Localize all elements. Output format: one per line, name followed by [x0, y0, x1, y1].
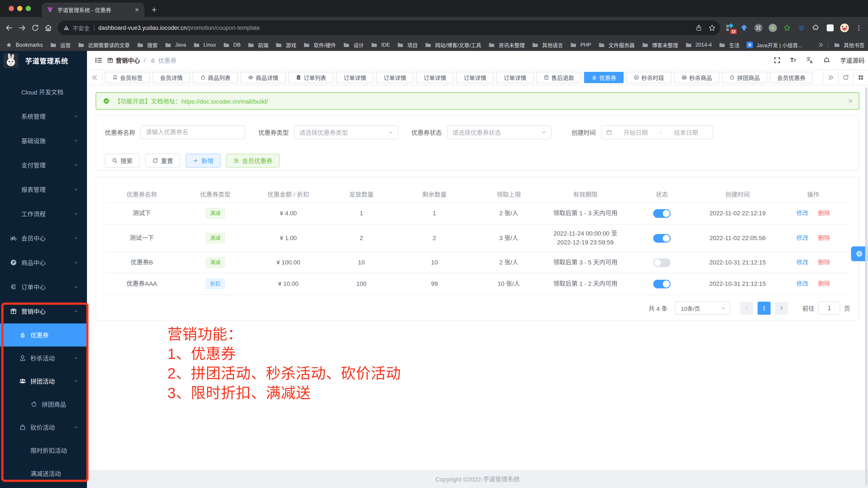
- share-button[interactable]: [695, 24, 702, 31]
- page-size-select[interactable]: 10条/页: [675, 302, 730, 315]
- view-tab-0[interactable]: 会员标签: [105, 72, 150, 83]
- bookmark-folder-7[interactable]: 游戏: [275, 41, 296, 49]
- new-tab-button[interactable]: [149, 5, 159, 15]
- status-toggle[interactable]: [653, 258, 671, 267]
- sidebar-item-1[interactable]: 系统管理: [0, 104, 87, 128]
- search-button[interactable]: 搜索: [105, 154, 140, 168]
- sidebar-item-12[interactable]: 拼团活动: [0, 370, 87, 393]
- coupon-status-select[interactable]: 请选择优惠券状态: [447, 125, 551, 139]
- sidebar-item-7[interactable]: 商品中心: [0, 250, 87, 275]
- content-scrollbar[interactable]: [865, 87, 867, 485]
- extension-scroll[interactable]: [797, 24, 806, 32]
- bookmark-folder-9[interactable]: 设计: [343, 41, 364, 49]
- status-toggle[interactable]: [653, 209, 671, 218]
- edit-link[interactable]: 修改: [796, 235, 808, 241]
- extensions-puzzle-button[interactable]: [811, 24, 820, 32]
- current-page-button[interactable]: 1: [757, 302, 771, 315]
- extension-kite[interactable]: [740, 24, 748, 32]
- view-tab-14[interactable]: 拼团商品: [722, 72, 767, 83]
- extension-record[interactable]: [768, 24, 777, 32]
- sidebar-item-5[interactable]: 工作流程: [0, 202, 87, 226]
- bookmark-folder-14[interactable]: 其他语言: [532, 41, 563, 49]
- extension-star[interactable]: [783, 24, 792, 32]
- tabs-layout-button[interactable]: [853, 70, 868, 85]
- font-size-button[interactable]: [785, 52, 802, 68]
- delete-link[interactable]: 删除: [818, 280, 830, 287]
- delete-link[interactable]: 删除: [818, 235, 830, 241]
- extension-blocks[interactable]: 12: [725, 24, 734, 32]
- tab-close-button[interactable]: [134, 7, 140, 13]
- view-tab-4[interactable]: 订单列表: [288, 72, 334, 83]
- sidebar-item-15[interactable]: 限时折扣活动: [0, 439, 87, 462]
- next-page-button[interactable]: [775, 302, 788, 315]
- bookmark-folder-12[interactable]: 网站/博客/文章/工具: [425, 41, 481, 49]
- create-time-range-picker[interactable]: 开始日期 - 结束日期: [601, 125, 713, 139]
- edit-link[interactable]: 修改: [796, 210, 808, 217]
- coupon-name-input[interactable]: [141, 125, 245, 139]
- view-tab-3[interactable]: 商品详情: [241, 72, 286, 83]
- locale-button[interactable]: [802, 52, 818, 68]
- sidebar-item-4[interactable]: 报表管理: [0, 177, 87, 202]
- bookmarks-manager[interactable]: Bookmarks: [6, 41, 43, 48]
- zoom-window-button[interactable]: [26, 6, 31, 11]
- view-tab-15[interactable]: 会员优惠券: [770, 72, 813, 83]
- member-coupon-button[interactable]: 会员优惠券: [226, 154, 280, 168]
- sidebar-item-13[interactable]: 拼团商品: [0, 393, 87, 416]
- profile-avatar[interactable]: [840, 24, 849, 32]
- bookmark-folder-11[interactable]: 项目: [397, 41, 418, 49]
- back-button[interactable]: [3, 21, 16, 34]
- bookmark-folder-17[interactable]: 博客未整理: [642, 41, 678, 49]
- bookmark-star-button[interactable]: [708, 24, 716, 32]
- bookmark-folder-2[interactable]: 搜索: [137, 41, 158, 49]
- bookmark-folder-13[interactable]: 资讯未整理: [488, 41, 525, 49]
- bookmark-folder-19[interactable]: 生活: [719, 41, 740, 49]
- view-tab-6[interactable]: 订单详情: [376, 72, 413, 83]
- other-bookmarks[interactable]: 其他书签: [834, 41, 865, 49]
- delete-link[interactable]: 删除: [818, 259, 830, 266]
- app-logo-row[interactable]: 芋道管理系统: [0, 51, 87, 70]
- view-tab-8[interactable]: 订单详情: [456, 72, 494, 83]
- bookmark-folder-8[interactable]: 软件/硬件: [303, 41, 336, 49]
- sidebar-item-14[interactable]: 砍价活动: [0, 416, 87, 439]
- bookmark-folder-15[interactable]: PHP: [570, 41, 591, 48]
- delete-link[interactable]: 删除: [818, 210, 830, 217]
- sidebar-item-0[interactable]: Cloud 开发文档: [0, 80, 87, 104]
- minimize-window-button[interactable]: [17, 6, 22, 11]
- edit-link[interactable]: 修改: [796, 259, 808, 266]
- sidebar-item-10[interactable]: 优惠券: [0, 323, 87, 346]
- view-tab-13[interactable]: 秒杀商品: [674, 72, 719, 83]
- view-tab-2[interactable]: 商品列表: [193, 72, 238, 83]
- sidebar-item-11[interactable]: 秒杀活动: [0, 346, 87, 370]
- prev-page-button[interactable]: [740, 302, 753, 315]
- view-tab-5[interactable]: 订单详情: [336, 72, 374, 83]
- scroll-tabs-right-button[interactable]: [823, 70, 838, 85]
- bookmark-site[interactable]: B Java开发 | 小组首...: [746, 41, 802, 49]
- reload-button[interactable]: [29, 21, 42, 34]
- bookmark-folder-5[interactable]: DB: [223, 41, 241, 48]
- add-button[interactable]: 新增: [186, 154, 220, 168]
- banner-link-text[interactable]: https://doc.iocoder.cn/mall/build/: [181, 98, 268, 105]
- reset-button[interactable]: 重置: [145, 154, 180, 168]
- browser-tab[interactable]: 芋道管理系统 - 优惠券: [42, 3, 144, 17]
- address-bar[interactable]: 不安全 dashboard-vue3.yudao.iocoder.cn/prom…: [58, 21, 720, 35]
- breadcrumb-parent[interactable]: 营销中心: [116, 56, 140, 65]
- banner-close-button[interactable]: [847, 98, 853, 104]
- status-toggle[interactable]: [653, 234, 671, 243]
- forward-button[interactable]: [16, 21, 29, 34]
- view-tab-12[interactable]: 秒杀时段: [626, 72, 672, 83]
- view-tab-11[interactable]: 优惠券: [584, 72, 624, 83]
- sidebar-item-8[interactable]: 订单中心: [0, 275, 87, 299]
- sidebar-item-3[interactable]: 支付管理: [0, 153, 87, 177]
- refresh-view-button[interactable]: [838, 70, 853, 85]
- collapse-sidebar-button[interactable]: [91, 53, 106, 68]
- bookmark-folder-10[interactable]: IDE: [371, 41, 390, 48]
- sidebar-item-2[interactable]: 基础设施: [0, 128, 87, 153]
- view-tab-9[interactable]: 订单详情: [496, 72, 534, 83]
- fullscreen-button[interactable]: [769, 52, 785, 68]
- notification-bell-button[interactable]: [818, 52, 835, 68]
- browser-menu-kebab[interactable]: [855, 24, 863, 32]
- current-user-name[interactable]: 芋道源码: [840, 56, 865, 65]
- extension-square[interactable]: [826, 24, 835, 32]
- bookmark-folder-6[interactable]: 前端: [247, 41, 268, 49]
- coupon-type-select[interactable]: 请选择优惠券类型: [294, 125, 398, 139]
